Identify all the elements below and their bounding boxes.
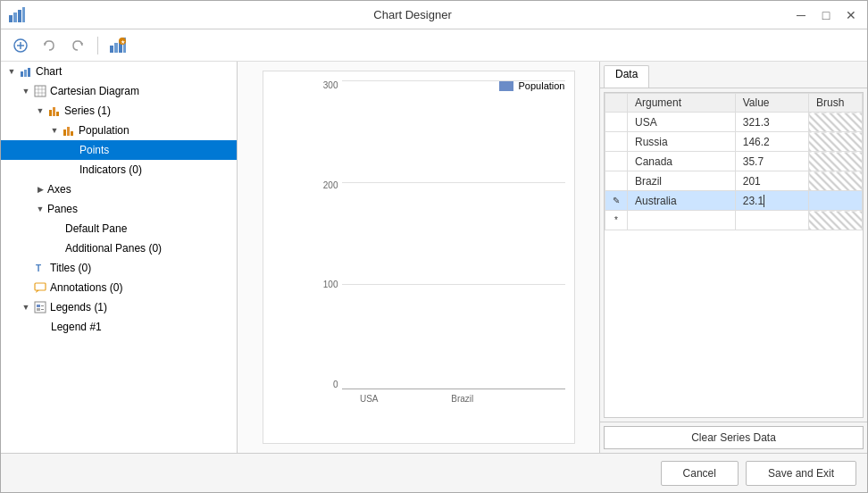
minimize-button[interactable]: ─ <box>792 6 810 24</box>
tree-label-legends: Legends (1) <box>50 301 107 313</box>
col-brush: Brush <box>809 94 863 113</box>
cell-argument[interactable]: Russia <box>628 132 736 152</box>
data-tab[interactable]: Data <box>604 65 649 88</box>
svg-rect-3 <box>22 7 25 22</box>
svg-rect-17 <box>28 68 30 77</box>
svg-text:★: ★ <box>121 38 125 44</box>
data-panel: Data Argument Value Brush <box>599 62 867 453</box>
undo-button[interactable] <box>37 33 62 58</box>
data-table: Argument Value Brush USA 321.3 <box>605 93 863 230</box>
tree-item-population[interactable]: ▼ Population <box>1 121 237 140</box>
cell-brush-active[interactable] <box>809 191 863 211</box>
cell-brush[interactable] <box>809 152 863 171</box>
window-title: Chart Designer <box>33 8 792 21</box>
text-tree-icon: T <box>33 261 47 275</box>
x-axis: USA Brazil <box>342 389 565 407</box>
tree-item-series[interactable]: ▼ Series (1) <box>1 101 237 121</box>
tree-item-cartesian[interactable]: ▼ Cartesian Diagram <box>1 81 237 101</box>
tree-label-population: Population <box>79 124 129 137</box>
expander-default-pane <box>51 221 65 236</box>
svg-rect-30 <box>35 283 46 290</box>
clear-btn-row: Clear Series Data <box>600 422 867 453</box>
chart-plot: 300 200 100 0 <box>308 80 565 407</box>
cell-brush[interactable] <box>809 171 863 191</box>
chart-container: Population 300 200 100 0 <box>263 71 575 444</box>
y-label-200: 200 <box>323 180 338 190</box>
add-button[interactable] <box>8 33 33 58</box>
svg-rect-1 <box>13 13 17 22</box>
cell-argument[interactable]: Brazil <box>628 171 736 191</box>
redo-button[interactable] <box>65 33 90 58</box>
x-label-usa: USA <box>360 394 379 404</box>
main-content: ▼ Chart ▼ <box>1 62 867 453</box>
tree-label-legend1: Legend #1 <box>51 321 102 333</box>
expander-population: ▼ <box>47 123 62 138</box>
legend-tree-icon <box>33 300 47 314</box>
expander-panes: ▼ <box>33 202 47 216</box>
data-table-wrap: Argument Value Brush USA 321.3 <box>604 92 864 418</box>
row-marker <box>605 152 628 171</box>
main-window: Chart Designer ─ □ ✕ <box>0 0 868 493</box>
tree-item-indicators[interactable]: Indicators (0) <box>1 160 237 180</box>
cell-argument[interactable]: Canada <box>628 152 736 171</box>
chart-tree-icon <box>19 64 33 79</box>
expander-series: ▼ <box>33 104 47 118</box>
tree-label-titles: Titles (0) <box>50 262 91 274</box>
svg-rect-28 <box>71 131 73 136</box>
tree-item-legend1[interactable]: Legend #1 <box>1 317 237 337</box>
cell-value-active[interactable]: 23.1 <box>735 191 808 211</box>
cancel-button[interactable]: Cancel <box>661 461 739 486</box>
cell-brush-new[interactable] <box>809 211 863 230</box>
svg-rect-16 <box>24 70 27 77</box>
tree-item-points[interactable]: Points <box>1 140 237 160</box>
chart-wizard-button[interactable]: ★ <box>105 33 130 58</box>
tree-item-default-pane[interactable]: Default Pane <box>1 219 237 238</box>
svg-rect-0 <box>9 15 13 22</box>
cell-argument[interactable]: USA <box>628 113 736 132</box>
maximize-button[interactable]: □ <box>817 6 835 24</box>
bottom-bar: Cancel Save and Exit <box>1 453 867 492</box>
table-row[interactable]: Brazil 201 <box>605 171 863 191</box>
tree-label-axes: Axes <box>47 183 71 196</box>
tree-label-default-pane: Default Pane <box>65 222 127 235</box>
y-label-100: 100 <box>323 280 338 289</box>
expander-additional-panes <box>51 241 65 255</box>
svg-rect-24 <box>53 107 55 116</box>
cell-value[interactable]: 321.3 <box>735 113 808 132</box>
table-row-new[interactable]: * <box>605 211 863 230</box>
table-row[interactable]: Canada 35.7 <box>605 152 863 171</box>
cell-brush[interactable] <box>809 132 863 152</box>
tree-item-chart[interactable]: ▼ Chart <box>1 62 237 81</box>
tree-item-additional-panes[interactable]: Additional Panes (0) <box>1 238 237 258</box>
cell-value[interactable]: 201 <box>735 171 808 191</box>
cell-brush[interactable] <box>809 113 863 132</box>
col-value: Value <box>735 94 808 113</box>
table-row-active[interactable]: ✎ Australia 23.1 <box>605 191 863 211</box>
tree-item-axes[interactable]: ▶ Axes <box>1 180 237 199</box>
svg-rect-15 <box>21 71 23 77</box>
cell-argument-active[interactable]: Australia <box>628 191 736 211</box>
chart-area: Population 300 200 100 0 <box>238 62 599 453</box>
close-button[interactable]: ✕ <box>842 6 860 24</box>
msg-tree-icon <box>33 280 47 295</box>
save-exit-button[interactable]: Save and Exit <box>746 461 856 486</box>
pop-tree-icon <box>62 123 76 138</box>
col-argument: Argument <box>628 94 736 113</box>
cell-argument-new[interactable] <box>628 211 736 230</box>
expander-axes: ▶ <box>33 182 47 196</box>
tree-item-legends[interactable]: ▼ Legends (1) <box>1 297 237 317</box>
table-row[interactable]: Russia 146.2 <box>605 132 863 152</box>
expander-legends: ▼ <box>19 300 33 314</box>
cell-value-new[interactable] <box>735 211 808 230</box>
cell-value[interactable]: 35.7 <box>735 152 808 171</box>
tree-item-titles[interactable]: T Titles (0) <box>1 258 237 278</box>
table-row[interactable]: USA 321.3 <box>605 113 863 132</box>
svg-rect-9 <box>110 46 113 53</box>
tree-item-panes[interactable]: ▼ Panes <box>1 199 237 219</box>
cell-value[interactable]: 146.2 <box>735 132 808 152</box>
tree-item-annotations[interactable]: Annotations (0) <box>1 278 237 297</box>
svg-rect-18 <box>35 86 46 96</box>
row-marker <box>605 113 628 132</box>
clear-series-button[interactable]: Clear Series Data <box>604 426 864 449</box>
expander-indicators <box>65 163 79 177</box>
